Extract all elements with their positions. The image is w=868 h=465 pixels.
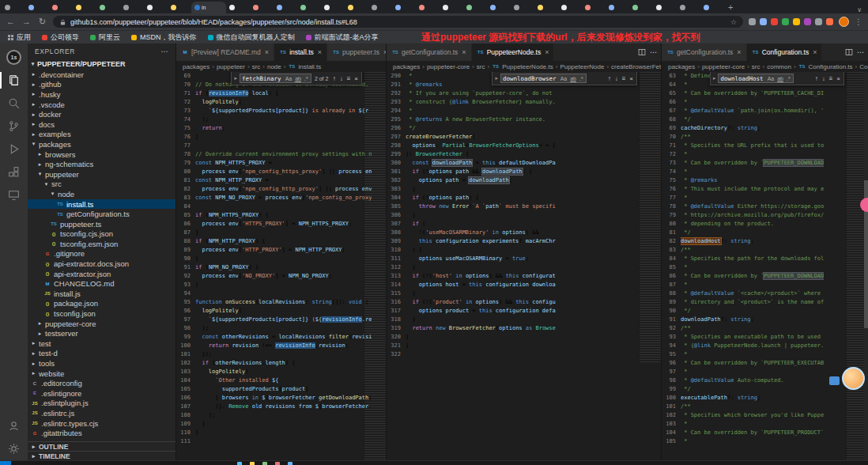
taskbar-icon[interactable] (275, 462, 280, 465)
breadcrumb-item[interactable]: common (767, 63, 791, 70)
extension-icon[interactable] (804, 18, 811, 25)
browser-tab[interactable] (96, 2, 120, 13)
taskbar-icon[interactable] (288, 462, 292, 465)
find-next-icon[interactable]: ↓ (821, 75, 826, 82)
browser-tab[interactable] (49, 2, 73, 13)
tree-item-ng-schematics[interactable]: ▸ng-schematics (28, 159, 175, 169)
more-actions-icon[interactable]: ⋯ (857, 48, 864, 56)
tree-item-test-d[interactable]: ▸test-d (28, 349, 175, 359)
breadcrumb-item[interactable]: puppeteer-core (427, 63, 470, 70)
tree-item-api-extractor.json[interactable]: {}api-extractor.json (28, 269, 175, 279)
tree-item-tsconfig.cjs.json[interactable]: {}tsconfig.cjs.json (28, 229, 175, 240)
editor-tab[interactable]: TSgetConfiguration.ts× (387, 43, 472, 61)
sidebar-more-icon[interactable]: ⋯ (160, 47, 168, 55)
find-in-selection-icon[interactable]: ≡ (621, 75, 627, 82)
bookmark-item[interactable]: MSDN，我告诉你 (131, 32, 197, 43)
account-icon[interactable] (0, 414, 28, 437)
browser-tab[interactable] (368, 2, 392, 13)
run-debug-icon[interactable] (0, 138, 28, 161)
find-in-selection-icon[interactable]: ≡ (828, 75, 834, 82)
bookmark-item[interactable]: 微信自动回复机器人定制 (208, 32, 295, 43)
tree-item-puppeteer[interactable]: ▾puppeteer (28, 169, 175, 180)
breadcrumb-item[interactable]: Configuration.ts (809, 63, 853, 70)
breadcrumb-item[interactable]: src (252, 63, 261, 70)
github1s-logo[interactable]: 1s (0, 46, 28, 69)
tree-item-testserver[interactable]: ▸testserver (28, 328, 175, 338)
browser-tab[interactable] (558, 2, 582, 13)
find-expand-icon[interactable]: ▸ (495, 75, 498, 81)
extension-icon[interactable] (771, 18, 778, 25)
tree-item-node[interactable]: ▾node (28, 189, 175, 199)
split-editor-icon[interactable] (638, 48, 646, 56)
editor-tab[interactable]: TSinstall.ts× (274, 43, 327, 61)
find-close-icon[interactable]: × (836, 75, 841, 82)
browser-tab[interactable] (487, 2, 511, 13)
settings-gear-icon[interactable] (0, 437, 28, 460)
browser-tab[interactable] (629, 2, 653, 13)
close-tab-icon[interactable]: × (318, 48, 322, 56)
breadcrumb-item[interactable]: createBrowserFetcher (611, 63, 661, 70)
regex-icon[interactable]: .* (579, 76, 584, 81)
tree-item-.gitignore[interactable]: G.gitignore (28, 249, 175, 259)
tree-item-.gitattributes[interactable]: G.gitattributes (28, 428, 175, 438)
taskbar-icon[interactable] (237, 462, 242, 465)
whole-word-icon[interactable]: ab (294, 76, 302, 81)
browser-tab[interactable] (274, 2, 297, 13)
back-button[interactable]: ← (6, 17, 16, 26)
tree-item-.eslintplugin.js[interactable]: JS.eslintplugin.js (28, 399, 175, 409)
explorer-root[interactable]: ▾ PUPPETEER/PUPPETEER (28, 59, 175, 70)
find-expand-icon[interactable]: ▸ (234, 75, 237, 81)
bookmark-item[interactable]: 前端面试题-老A分享 (306, 32, 379, 43)
extension-icon[interactable] (760, 18, 767, 25)
find-close-icon[interactable]: × (628, 75, 634, 82)
tree-item-CHANGELOG.md[interactable]: MCHANGELOG.md (28, 278, 175, 289)
breadcrumb-item[interactable]: install.ts (298, 63, 321, 70)
more-actions-icon[interactable]: ⋯ (650, 48, 657, 56)
breadcrumb-item[interactable]: packages (668, 63, 695, 70)
editor-tab[interactable]: TSpuppeteer.ts× (327, 43, 386, 61)
extension-icon[interactable] (826, 18, 833, 25)
whole-word-icon[interactable]: ab (569, 76, 577, 81)
address-bar[interactable]: github1s.com/puppeteer/puppeteer/blob/HE… (53, 16, 743, 28)
tree-item-.devcontainer[interactable]: ▸.devcontainer (28, 70, 175, 80)
editor-tab[interactable]: TSPuppeteerNode.ts× (472, 43, 555, 61)
browser-tab[interactable] (463, 2, 487, 13)
tree-item-.editorconfig[interactable]: C.editorconfig (28, 378, 175, 388)
explorer-icon[interactable] (0, 69, 28, 92)
outline-section[interactable]: ▸ OUTLINE (28, 441, 175, 451)
new-tab-button[interactable]: + (728, 2, 733, 12)
code-editor[interactable]: 6970// Do nothing if the revision is alr… (176, 72, 386, 460)
browser-tab[interactable] (73, 2, 96, 13)
find-input[interactable]: fetchBinaryAaab.* (240, 74, 311, 83)
regex-icon[interactable]: .* (304, 76, 309, 81)
browser-tab[interactable] (321, 2, 345, 13)
browser-tab[interactable] (250, 2, 274, 13)
taskbar-icon[interactable] (250, 462, 255, 465)
taskbar-icon[interactable] (262, 462, 267, 465)
browser-tab[interactable] (416, 2, 440, 13)
tree-item-install.ts[interactable]: TSinstall.ts (28, 199, 175, 210)
extension-icon[interactable] (793, 18, 800, 25)
close-tab-icon[interactable]: × (813, 48, 817, 56)
browser-tab[interactable] (440, 2, 463, 13)
browser-tab[interactable] (511, 2, 534, 13)
browser-tab[interactable]: in (191, 2, 226, 13)
tree-item-test[interactable]: ▸test (28, 338, 175, 349)
editor-tab[interactable]: TSgetConfiguration.ts× (662, 43, 747, 61)
tree-item-.eslintignore[interactable]: E.eslintignore (28, 388, 175, 399)
browser-tab[interactable] (120, 2, 144, 13)
remote-indicator[interactable] (0, 461, 11, 465)
bookmark-item[interactable]: 应用 (8, 32, 31, 43)
tree-item-.github[interactable]: ▸.github (28, 80, 175, 90)
browser-menu-icon[interactable]: ⋮ (855, 17, 862, 26)
tree-item-puppeteer-core[interactable]: ▸puppeteer-core (28, 319, 175, 329)
breadcrumb-item[interactable]: src (752, 63, 760, 70)
browser-tab[interactable] (144, 2, 168, 13)
tree-item-website[interactable]: ▸website (28, 369, 175, 379)
tree-item-tsconfig.json[interactable]: {}tsconfig.json (28, 308, 175, 319)
find-close-icon[interactable]: × (353, 75, 359, 82)
browser-tab[interactable] (297, 2, 321, 13)
scrollbar[interactable] (864, 72, 868, 460)
tree-item-docs[interactable]: ▸docs (28, 119, 175, 130)
breadcrumb-item[interactable]: PuppeteerNode (560, 63, 604, 70)
